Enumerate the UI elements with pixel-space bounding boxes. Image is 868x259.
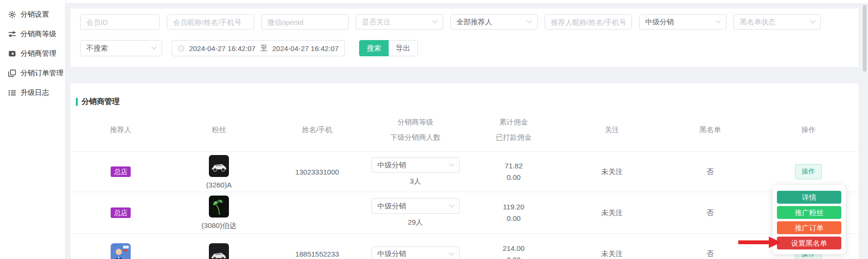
top-window-strip [0,0,868,4]
table-header-row: 推荐人 粉丝 姓名/手机 分销商等级 下级分销商人数 累计佣金 已打款佣金 关注… [72,109,858,152]
chevron-down-icon [449,250,454,255]
commission-total: 119.20 [503,201,525,213]
header-action: 操作 [759,109,858,151]
promote-fans-button[interactable]: 推广粉丝 [777,206,841,219]
search-mode-select[interactable]: 不搜索 [80,40,162,56]
blacklist-status: 否 [707,167,714,176]
date-end: 2024-04-27 16:42:07 [272,44,339,52]
header-level: 分销商等级 下级分销商人数 [366,109,465,151]
commission-paid: 0.00 [506,172,520,183]
sidebar-item-distribution-settings[interactable]: 分销设置 [0,5,65,24]
chevron-down-icon [432,18,437,23]
follow-status: 未关注 [601,249,623,259]
chevron-down-icon [449,161,454,166]
chevron-down-icon [527,18,532,23]
chevron-down-icon [810,18,815,23]
row-action-popup: 详情 推广粉丝 推广订单 设置黑名单 [773,185,846,254]
header-fan: 粉丝 [170,109,268,151]
blacklist-status-select[interactable]: 黑名单状态 [734,14,821,30]
sidebar-item-label: 分销订单管理 [21,69,63,78]
date-separator: 至 [260,44,268,53]
sidebar-item-distribution-orders[interactable]: 分销订单管理 [0,63,65,83]
follow-status: 未关注 [601,167,623,176]
chevron-down-icon [151,44,156,50]
set-blacklist-button[interactable]: 设置黑名单 [777,237,841,249]
referrer-badge: 总店 [111,207,131,218]
header-follow: 关注 [563,109,661,151]
row-action-button[interactable]: 操作 [795,164,822,179]
subordinate-count: 3人 [410,177,421,186]
sidebar-item-distributor-levels[interactable]: 分销商等级 [0,24,65,44]
referrer-select[interactable]: 全部推荐人 [450,14,537,30]
export-button[interactable]: 导出 [389,40,418,56]
blacklist-status: 否 [707,208,714,218]
row-level-select[interactable]: 中级分销 [372,247,460,259]
header-referrer: 推荐人 [72,109,170,151]
member-keyword-input[interactable] [167,14,254,30]
row-level-select[interactable]: 中级分销 [372,157,460,173]
fan-avatar-white-sports-car [209,155,229,177]
phone-number: 18851552233 [295,250,339,258]
commission-total: 71.82 [505,160,523,172]
phone-number: 13023331000 [295,168,339,176]
filter-row-1: 是否关注 全部推荐人 中级分销 黑名单状态 [80,14,821,30]
copy-icon [8,69,16,77]
list-icon [8,89,16,97]
blacklist-status: 否 [707,249,714,259]
fan-avatar-white-sports-car [209,243,229,259]
chevron-down-icon [715,18,721,23]
date-range-picker[interactable]: 2024-04-27 16:42:07 至 2024-04-27 16:42:0… [172,40,345,56]
panel-title: 分销商管理 [82,97,120,107]
distributor-management-panel: 分销商管理 推荐人 粉丝 姓名/手机 分销商等级 下级分销商人数 累计佣金 已打… [71,83,858,259]
video-icon [8,50,16,58]
sidebar-item-label: 分销商管理 [21,49,56,58]
search-button[interactable]: 搜索 [359,40,389,56]
sidebar-item-label: 分销商等级 [21,30,56,39]
filter-panel: 是否关注 全部推荐人 中级分销 黑名单状态 不搜索 2024-04-27 16:… [71,9,858,67]
commission-paid: 0.00 [506,254,520,259]
clock-icon [178,45,184,52]
referrer-keyword-input[interactable] [545,14,632,30]
commission-paid: 0.00 [506,213,520,224]
table-row: 总店 (3080)伯达 中级分销 29人 [72,192,858,234]
sidebar-item-label: 分销设置 [21,10,49,19]
sidebar-item-distributor-management[interactable]: 分销商管理 [0,44,65,63]
filter-row-2: 不搜索 2024-04-27 16:42:07 至 2024-04-27 16:… [80,40,418,56]
header-blacklist: 黑名单 [661,109,759,151]
sliders-icon [8,30,16,38]
fan-name: (3260)A [206,181,231,189]
title-accent-bar [76,98,78,106]
filter-buttons: 搜索 导出 [359,40,418,56]
member-id-input[interactable] [80,14,160,30]
follow-status: 未关注 [601,208,623,218]
referrer-badge: 总店 [111,166,131,177]
vertical-scrollbar-thumb[interactable] [863,5,867,72]
fan-avatar-green-seedling [209,196,229,218]
chevron-down-icon [449,202,454,207]
header-commission: 累计佣金 已打款佣金 [465,109,563,151]
red-annotation-arrow [738,236,782,249]
promote-orders-button[interactable]: 推广订单 [777,221,841,234]
date-start: 2024-04-27 16:42:07 [189,44,255,52]
subordinate-count: 29人 [408,218,423,227]
sidebar: 分销设置 分销商等级 分销商管理 分销订单管理 [0,0,66,259]
level-select[interactable]: 中级分销 [639,14,726,30]
commission-total: 214.00 [503,243,525,254]
sidebar-item-upgrade-log[interactable]: 升级日志 [0,83,65,103]
sidebar-item-label: 升级日志 [21,88,49,97]
wechat-openid-input[interactable] [261,14,349,30]
fan-name: (3080)伯达 [201,221,236,230]
header-name-phone: 姓名/手机 [268,109,366,151]
panel-title-row: 分销商管理 [71,83,858,109]
follow-status-select[interactable]: 是否关注 [356,14,443,30]
row-level-select[interactable]: 中级分销 [372,198,460,214]
detail-button[interactable]: 详情 [777,191,841,204]
table-row: 总店 (3260)A 13023331000 中级分销 3人 [72,152,858,192]
referrer-avatar-man-in-blue-suit [111,243,131,259]
gear-icon [8,10,16,19]
